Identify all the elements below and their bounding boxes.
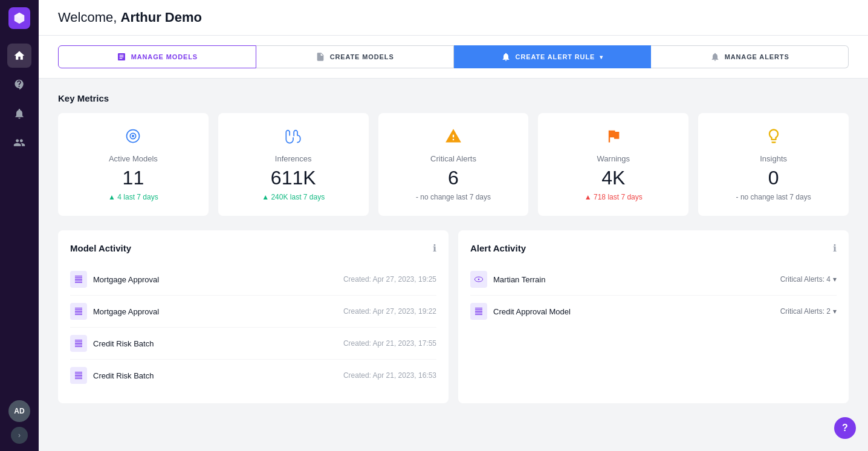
active-models-value: 11 <box>123 167 144 189</box>
manage-alerts-button[interactable]: MANAGE ALERTS <box>651 45 849 68</box>
sidebar-item-home[interactable] <box>7 44 31 68</box>
inferences-change: ▲ 240K last 7 days <box>262 193 325 201</box>
model-activity-item-2[interactable]: Mortgage Approval Created: Apr 27, 2023,… <box>70 296 436 328</box>
manage-models-button[interactable]: MANAGE MODELS <box>58 45 256 68</box>
model-activity-item-4[interactable]: Credit Risk Batch Created: Apr 21, 2023,… <box>70 360 436 391</box>
activity-grid: Model Activity ℹ Mortgage Approval Creat… <box>58 230 849 403</box>
insights-change: - no change last 7 days <box>736 193 811 201</box>
sidebar-expand-button[interactable]: › <box>11 427 28 444</box>
help-button[interactable]: ? <box>834 417 856 439</box>
alert-activity-panel: Alert Activity ℹ Martian Terrain Critica… <box>458 230 849 403</box>
alert-expand-icon-1[interactable]: ▾ <box>833 275 837 284</box>
sidebar-item-alerts[interactable] <box>7 102 31 126</box>
manage-models-label: MANAGE MODELS <box>131 53 198 60</box>
main-content: Welcome, Arthur Demo MANAGE MODELS CREAT… <box>39 0 868 451</box>
header: Welcome, Arthur Demo <box>39 0 868 36</box>
model-name-4: Credit Risk Batch <box>93 371 154 380</box>
active-models-label: Active Models <box>109 154 158 163</box>
active-models-change: ▲ 4 last 7 days <box>108 193 158 201</box>
create-alert-rule-button[interactable]: CREATE ALERT RULE ▾ <box>454 45 652 68</box>
warnings-value: 4K <box>601 167 625 189</box>
alert-activity-item-1[interactable]: Martian Terrain Critical Alerts: 4 ▾ <box>470 264 837 296</box>
alert-activity-info-icon[interactable]: ℹ <box>833 242 837 254</box>
sidebar-bottom: AD › <box>8 400 30 444</box>
insights-value: 0 <box>768 167 779 189</box>
alert-expand-icon-2[interactable]: ▾ <box>833 307 837 316</box>
model-date-2: Created: Apr 27, 2023, 19:22 <box>343 307 436 316</box>
app-logo[interactable] <box>8 7 30 29</box>
warnings-label: Warnings <box>597 154 630 163</box>
metric-card-critical-alerts: Critical Alerts 6 - no change last 7 day… <box>378 113 529 216</box>
metric-card-active-models: Active Models 11 ▲ 4 last 7 days <box>58 113 209 216</box>
create-models-label: CREATE MODELS <box>330 53 394 60</box>
model-name-2: Mortgage Approval <box>93 307 159 316</box>
sidebar: AD › <box>0 0 39 451</box>
alert-model-name-2: Credit Approval Model <box>493 307 571 316</box>
model-activity-title: Model Activity <box>70 243 131 253</box>
create-alert-rule-label: CREATE ALERT RULE <box>516 53 595 60</box>
insights-icon <box>765 128 782 148</box>
model-icon-2 <box>70 303 87 320</box>
model-activity-item-3[interactable]: Credit Risk Batch Created: Apr 21, 2023,… <box>70 328 436 360</box>
model-icon-3 <box>70 335 87 352</box>
action-buttons-bar: MANAGE MODELS CREATE MODELS CREATE ALERT… <box>39 36 868 79</box>
active-models-icon <box>125 128 141 148</box>
model-activity-header: Model Activity ℹ <box>70 242 436 254</box>
content-area: Key Metrics Active Models 11 ▲ 4 last 7 … <box>39 79 868 451</box>
model-name-1: Mortgage Approval <box>93 275 159 284</box>
sidebar-item-analytics[interactable] <box>7 131 31 155</box>
alert-count-1: Critical Alerts: 4 <box>780 275 831 284</box>
metrics-grid: Active Models 11 ▲ 4 last 7 days Inferen… <box>58 113 849 216</box>
alert-model-icon-2 <box>470 303 487 320</box>
model-date-3: Created: Apr 21, 2023, 17:55 <box>343 339 436 348</box>
critical-alerts-label: Critical Alerts <box>430 154 476 163</box>
avatar[interactable]: AD <box>8 400 30 422</box>
username: Arthur Demo <box>121 10 202 25</box>
create-models-button[interactable]: CREATE MODELS <box>256 45 454 68</box>
inferences-value: 611K <box>271 167 316 189</box>
alert-model-name-1: Martian Terrain <box>493 275 545 284</box>
inferences-label: Inferences <box>275 154 312 163</box>
sidebar-item-models[interactable] <box>7 73 31 97</box>
critical-alerts-value: 6 <box>448 167 459 189</box>
alert-model-icon-1 <box>470 271 487 288</box>
metric-card-inferences: Inferences 611K ▲ 240K last 7 days <box>218 113 369 216</box>
welcome-prefix: Welcome, <box>58 10 121 25</box>
svg-point-4 <box>478 279 480 281</box>
insights-label: Insights <box>760 154 787 163</box>
metric-card-insights: Insights 0 - no change last 7 days <box>698 113 849 216</box>
model-icon-1 <box>70 271 87 288</box>
critical-alerts-change: - no change last 7 days <box>416 193 491 201</box>
model-activity-item-1[interactable]: Mortgage Approval Created: Apr 27, 2023,… <box>70 264 436 296</box>
page-title: Welcome, Arthur Demo <box>58 10 202 25</box>
warnings-icon <box>605 128 622 148</box>
svg-point-2 <box>132 135 134 137</box>
alert-activity-header: Alert Activity ℹ <box>470 242 837 254</box>
model-date-1: Created: Apr 27, 2023, 19:25 <box>343 275 436 284</box>
manage-alerts-label: MANAGE ALERTS <box>725 53 789 60</box>
model-name-3: Credit Risk Batch <box>93 339 154 348</box>
model-icon-4 <box>70 367 87 384</box>
critical-alerts-icon <box>445 128 462 148</box>
key-metrics-title: Key Metrics <box>58 93 849 103</box>
alert-activity-title: Alert Activity <box>470 243 526 253</box>
model-activity-info-icon[interactable]: ℹ <box>433 242 436 254</box>
metric-card-warnings: Warnings 4K ▲ 718 last 7 days <box>538 113 688 216</box>
model-activity-panel: Model Activity ℹ Mortgage Approval Creat… <box>58 230 449 403</box>
alert-activity-item-2[interactable]: Credit Approval Model Critical Alerts: 2… <box>470 296 837 327</box>
alert-count-2: Critical Alerts: 2 <box>780 307 831 316</box>
inferences-icon <box>285 128 302 148</box>
model-date-4: Created: Apr 21, 2023, 16:53 <box>343 371 436 380</box>
warnings-change: ▲ 718 last 7 days <box>585 193 643 201</box>
